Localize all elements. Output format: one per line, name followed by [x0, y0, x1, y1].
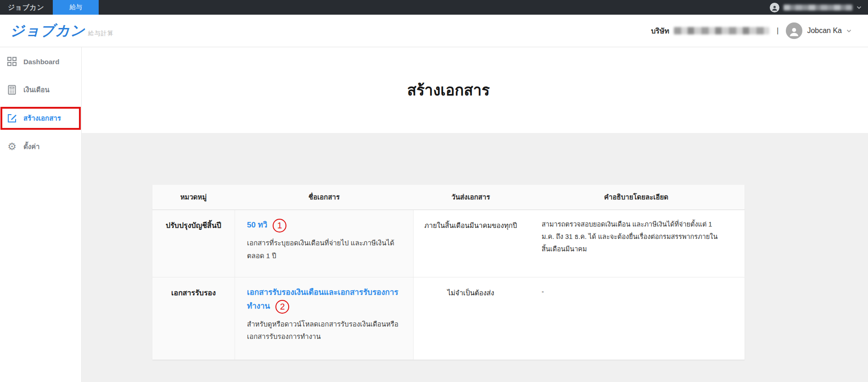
redacted-company-name: [674, 27, 769, 34]
doc-link-50-tawi[interactable]: 50 ทวิ: [247, 221, 267, 229]
chevron-down-icon: [857, 6, 862, 9]
top-navbar: ジョブカン 給与: [0, 0, 868, 15]
topbar-brand[interactable]: ジョブカン: [0, 0, 52, 15]
annotation-circle-2: 2: [275, 300, 289, 314]
edit-icon: [6, 113, 17, 123]
table-cell-doc-name: 50 ทวิ1 เอกสารที่ระบุยอดเงินเดือนที่จ่าย…: [235, 210, 414, 277]
app-header: ジョブカン 給与計算 บริษัท | Jobcan Ka: [0, 15, 868, 47]
doc-description: สำหรับดูหรือดาวน์โหลดเอกสารรับรองเงินเดื…: [247, 318, 401, 343]
page-title: สร้างเอกสาร: [152, 78, 745, 102]
sidebar-item-dashboard[interactable]: Dashboard: [0, 53, 81, 70]
column-header-doc-name: ชื่อเอกสาร: [235, 185, 414, 210]
column-header-send-date: วันส่งเอกสาร: [414, 185, 528, 210]
table-cell-category: เอกสารรับรอง: [152, 277, 235, 360]
account-name[interactable]: Jobcan Ka: [807, 27, 842, 35]
documents-table: หมวดหมู่ ชื่อเอกสาร วันส่งเอกสาร คำอธิบา…: [152, 185, 745, 360]
sidebar-item-payroll[interactable]: เงินเดือน: [0, 82, 81, 98]
sidebar-item-label: สร้างเอกสาร: [23, 113, 61, 124]
calculator-icon: [6, 85, 17, 95]
sidebar-item-label: เงินเดือน: [23, 84, 50, 95]
sidebar-item-label: Dashboard: [23, 58, 59, 66]
tab-payroll[interactable]: 給与: [53, 0, 99, 15]
separator: |: [777, 26, 778, 35]
gear-icon: ⚙: [6, 142, 17, 152]
company-label: บริษัท: [651, 25, 669, 37]
table-cell-category: ปรับปรุงบัญชีสิ้นปี: [152, 210, 235, 277]
content-area: หมวดหมู่ ชื่อเอกสาร วันส่งเอกสาร คำอธิบา…: [82, 133, 868, 382]
logo-product-label: 給与計算: [88, 29, 114, 38]
column-header-description: คำอธิบายโดยละเอียด: [528, 185, 745, 210]
doc-description: เอกสารที่ระบุยอดเงินเดือนที่จ่ายไป และภา…: [247, 237, 401, 262]
account-avatar-icon[interactable]: [786, 22, 802, 39]
topbar-user-menu[interactable]: [770, 0, 862, 15]
annotation-circle-1: 1: [273, 219, 286, 233]
sidebar: Dashboard เงินเดือน: [0, 47, 82, 382]
sidebar-item-settings[interactable]: ⚙ ตั้งค่า: [0, 138, 81, 155]
title-band: สร้างเอกสาร: [82, 47, 868, 133]
chevron-down-icon[interactable]: [846, 29, 851, 33]
dashboard-grid-icon: [6, 56, 17, 66]
table-cell-detail: -: [528, 277, 745, 360]
sidebar-item-label: ตั้งค่า: [23, 141, 40, 152]
table-cell-send-date: ไม่จำเป็นต้องส่ง: [414, 277, 528, 360]
table-cell-doc-name: เอกสารรับรองเงินเดือนและเอกสารรับรองการท…: [235, 277, 414, 360]
table-cell-detail: สามารถตรวจสอบยอดเงินเดือน และภาษีเงินได้…: [528, 210, 745, 277]
sidebar-item-create-document[interactable]: สร้างเอกสาร: [0, 110, 81, 127]
logo-text: ジョブカン: [10, 21, 85, 40]
column-header-category: หมวดหมู่: [152, 185, 235, 210]
header-account-area: บริษัท | Jobcan Ka: [651, 22, 851, 39]
user-avatar-icon: [770, 3, 779, 12]
table-cell-send-date: ภายในสิ้นเดือนมีนาคมของทุกปี: [414, 210, 528, 277]
redacted-user-name: [784, 5, 852, 11]
doc-link-certificates[interactable]: เอกสารรับรองเงินเดือนและเอกสารรับรองการท…: [247, 288, 398, 310]
jobcan-logo[interactable]: ジョブカン 給与計算: [10, 21, 114, 40]
main-content: สร้างเอกสาร หมวดหมู่ ชื่อเอกสาร วันส่งเอ…: [82, 47, 868, 382]
